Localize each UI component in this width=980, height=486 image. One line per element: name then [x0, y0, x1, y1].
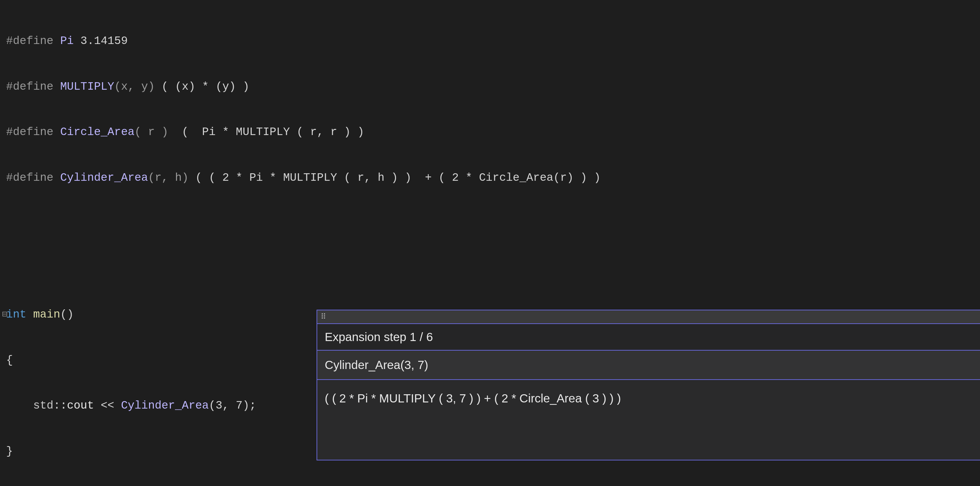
- code-line-2: #define MULTIPLY(x, y) ( (x) * (y) ): [0, 79, 980, 95]
- macro-name: MULTIPLY: [60, 81, 114, 93]
- close-brace: }: [6, 445, 13, 458]
- macro-args: (r, h): [148, 172, 189, 184]
- stream-op: <<: [94, 399, 121, 412]
- expansion-text: ( ( 2 * Pi * MULTIPLY ( 3, 7 ) ) + ( 2 *…: [325, 392, 621, 405]
- popup-header: Expansion step 1 / 6: [317, 323, 980, 351]
- macro-args: (x, y): [114, 81, 155, 93]
- macro-call-args: (3, 7): [209, 399, 249, 412]
- scope-op: ::: [54, 399, 67, 412]
- popup-macro-call: Cylinder_Area(3, 7): [317, 351, 980, 380]
- preproc-directive: #define: [6, 35, 60, 48]
- macro-name: Circle_Area: [60, 126, 134, 138]
- function-main: main: [33, 308, 60, 321]
- popup-expansion: ( ( 2 * Pi * MULTIPLY ( 3, 7 ) ) + ( 2 *…: [317, 380, 980, 460]
- macro-call: Cylinder_Area: [121, 399, 209, 412]
- grip-icon[interactable]: ⠿: [321, 313, 325, 322]
- open-brace: {: [6, 354, 13, 367]
- macro-body: ( ( 2 * Pi * MULTIPLY ( r, h ) ) + ( 2 *…: [189, 172, 601, 184]
- preproc-directive: #define: [6, 172, 60, 184]
- macro-body: ( (x) * (y) ): [155, 81, 249, 93]
- expansion-step-label: Expansion step 1 / 6: [325, 330, 433, 344]
- code-line-3: #define Circle_Area( r ) ( Pi * MULTIPLY…: [0, 125, 980, 140]
- preproc-directive: #define: [6, 81, 60, 93]
- collapse-icon[interactable]: ⊟: [2, 309, 6, 321]
- preproc-directive: #define: [6, 126, 60, 138]
- code-line-1: #define Pi 3.14159: [0, 34, 980, 49]
- code-line-blank: [0, 216, 980, 232]
- std-namespace: std: [33, 399, 53, 412]
- macro-call-text: Cylinder_Area(3, 7): [325, 358, 428, 372]
- macro-name: Pi: [60, 35, 74, 48]
- macro-args: ( r ): [134, 126, 168, 138]
- macro-value: 3.14159: [74, 35, 127, 48]
- code-line-blank: [0, 262, 980, 277]
- macro-expansion-popup: ⠿ Expansion step 1 / 6 Cylinder_Area(3, …: [317, 310, 980, 461]
- code-line-4: #define Cylinder_Area(r, h) ( ( 2 * Pi *…: [0, 170, 980, 186]
- keyword-int: int: [6, 308, 33, 321]
- parens: (): [60, 308, 74, 321]
- macro-name: Cylinder_Area: [60, 172, 148, 184]
- macro-body: ( Pi * MULTIPLY ( r, r ) ): [168, 126, 364, 138]
- popup-titlebar[interactable]: ⠿: [317, 310, 980, 323]
- cout: cout: [67, 399, 94, 412]
- semicolon: ;: [249, 399, 256, 412]
